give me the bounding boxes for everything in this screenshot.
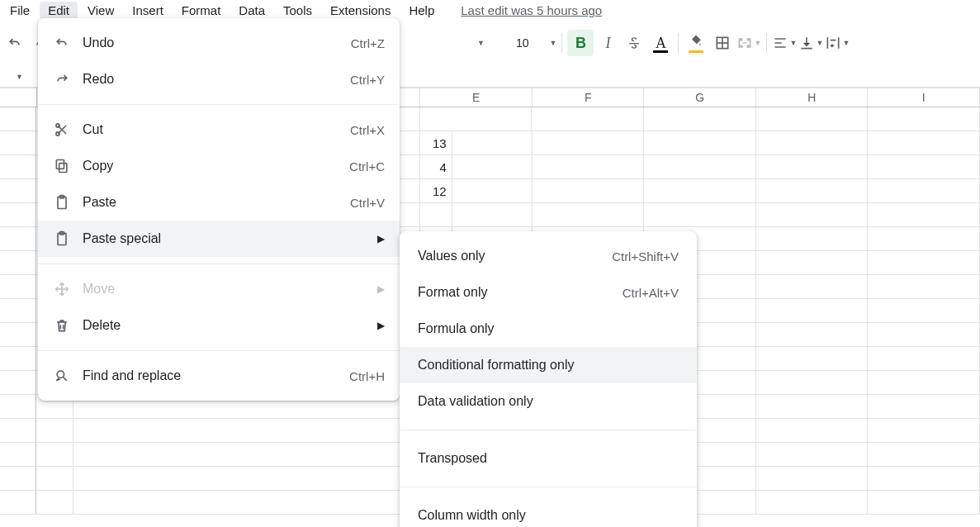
cell[interactable] (868, 251, 980, 275)
cell[interactable] (533, 155, 645, 179)
cell[interactable] (756, 227, 869, 251)
cell[interactable] (868, 323, 980, 347)
col-header-f[interactable]: F (533, 88, 645, 107)
row-header[interactable] (0, 155, 36, 179)
cell[interactable] (756, 275, 869, 299)
cell[interactable]: 4 (420, 155, 452, 179)
row-header[interactable] (0, 131, 36, 155)
menu-item-formula-only[interactable]: Formula only (400, 311, 697, 347)
menu-extensions[interactable]: Extensions (322, 2, 399, 19)
cell[interactable] (756, 179, 869, 203)
cell[interactable] (756, 371, 869, 395)
fill-color-button[interactable] (684, 31, 708, 55)
cell[interactable] (868, 299, 980, 323)
row-header[interactable] (0, 203, 36, 227)
cell[interactable] (36, 443, 73, 467)
cell[interactable] (452, 155, 533, 179)
col-header-e[interactable]: E (420, 88, 533, 107)
menu-edit[interactable]: Edit (40, 2, 78, 19)
row-header[interactable] (0, 371, 36, 395)
cell[interactable] (452, 179, 533, 203)
menu-view[interactable]: View (79, 2, 122, 19)
cell[interactable] (533, 179, 645, 203)
cell[interactable] (644, 107, 756, 131)
row-header[interactable] (0, 227, 36, 251)
cell[interactable] (644, 203, 756, 227)
menu-item-format-only[interactable]: Format only Ctrl+Alt+V (400, 274, 697, 311)
cell[interactable] (73, 491, 419, 515)
menu-insert[interactable]: Insert (124, 2, 172, 19)
cell[interactable] (868, 395, 980, 419)
menu-item-column-width-only[interactable]: Column width only (400, 497, 697, 527)
row-header[interactable] (0, 467, 36, 491)
cell[interactable] (756, 155, 869, 179)
cell[interactable] (533, 203, 645, 227)
cell[interactable] (644, 179, 756, 203)
menu-item-conditional-formatting-only[interactable]: Conditional formatting only (400, 347, 697, 383)
menu-item-cut[interactable]: Cut Ctrl+X (38, 112, 400, 148)
cell[interactable] (868, 347, 980, 371)
col-header-h[interactable]: H (756, 88, 869, 107)
cell[interactable] (756, 491, 869, 515)
cell[interactable] (756, 443, 869, 467)
cell[interactable] (756, 419, 869, 443)
menu-item-undo[interactable]: Undo Ctrl+Z (38, 25, 400, 61)
row-header[interactable] (0, 107, 36, 131)
bold-button[interactable]: B (567, 30, 594, 56)
vertical-align-button[interactable]: ▼ (798, 31, 823, 55)
menu-help[interactable]: Help (400, 2, 443, 19)
row-header[interactable] (0, 491, 36, 515)
row-header[interactable] (0, 299, 36, 323)
row-header[interactable] (0, 419, 36, 443)
cell[interactable] (533, 131, 645, 155)
col-header-g[interactable]: G (644, 88, 756, 107)
row-header[interactable] (0, 179, 36, 203)
row-header[interactable] (0, 347, 36, 371)
menu-item-find-replace[interactable]: Find and replace Ctrl+H (38, 358, 400, 394)
menu-item-paste-special[interactable]: Paste special ▶ (38, 221, 400, 257)
menu-item-delete[interactable]: Delete ▶ (38, 307, 400, 344)
menu-item-transposed[interactable]: Transposed (400, 440, 697, 477)
cell[interactable] (756, 323, 869, 347)
cell[interactable] (36, 419, 73, 443)
row-header[interactable] (0, 323, 36, 347)
menu-tools[interactable]: Tools (275, 2, 320, 19)
last-edit-link[interactable]: Last edit was 5 hours ago (461, 3, 602, 17)
name-box-dropdown[interactable]: ▼ (0, 66, 31, 88)
cell[interactable] (36, 467, 73, 491)
menu-data[interactable]: Data (230, 2, 273, 19)
cell[interactable] (756, 251, 869, 275)
select-all-corner[interactable] (0, 88, 37, 107)
menu-item-copy[interactable]: Copy Ctrl+C (38, 148, 400, 184)
cell[interactable] (73, 419, 419, 443)
chevron-down-icon[interactable]: ▼ (477, 39, 485, 47)
cell[interactable] (756, 395, 869, 419)
horizontal-align-button[interactable]: ▼ (772, 31, 797, 55)
cell[interactable] (36, 491, 73, 515)
cell[interactable] (756, 203, 869, 227)
undo-button[interactable] (2, 31, 27, 55)
menu-item-redo[interactable]: Redo Ctrl+Y (38, 61, 400, 97)
cell[interactable] (756, 131, 869, 155)
cell[interactable] (452, 203, 533, 227)
text-color-button[interactable]: A (648, 31, 673, 55)
cell[interactable] (868, 491, 980, 515)
font-size-value[interactable]: 10 (516, 36, 529, 50)
cell[interactable]: 13 (420, 131, 452, 155)
col-header-i[interactable]: I (868, 88, 980, 107)
borders-button[interactable] (710, 31, 735, 55)
row-header[interactable] (0, 443, 36, 467)
strikethrough-button[interactable] (622, 31, 646, 55)
menu-item-data-validation-only[interactable]: Data validation only (400, 383, 697, 420)
cell[interactable] (868, 155, 980, 179)
menu-item-values-only[interactable]: Values only Ctrl+Shift+V (400, 238, 697, 274)
cell[interactable]: 12 (420, 179, 452, 203)
cell[interactable] (644, 131, 756, 155)
cell[interactable] (420, 203, 452, 227)
row-header[interactable] (0, 251, 36, 275)
cell[interactable] (868, 275, 980, 299)
menu-file[interactable]: File (2, 2, 38, 19)
merge-cells-button[interactable]: ▼ (736, 31, 761, 55)
cell[interactable] (868, 107, 980, 131)
cell[interactable] (868, 443, 980, 467)
